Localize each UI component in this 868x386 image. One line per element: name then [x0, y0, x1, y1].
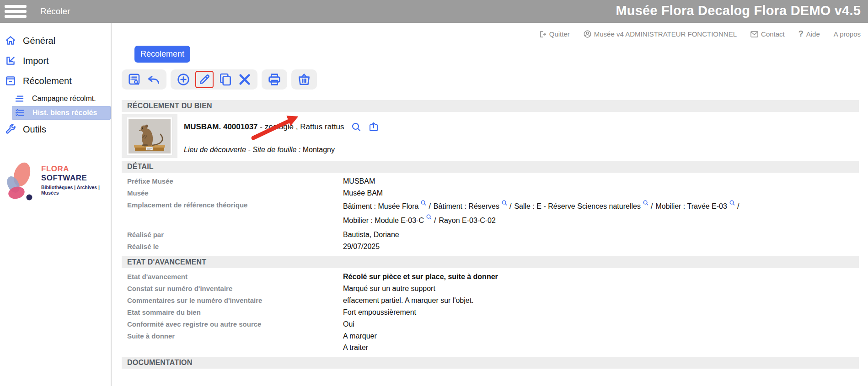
copy-button[interactable] — [218, 72, 233, 87]
sidebar-item-import[interactable]: Import — [0, 52, 111, 69]
topbar-section-title: Récoler — [40, 6, 70, 16]
field-row-constat: Constat sur numéro d'inventaire Marqué s… — [122, 283, 859, 295]
section-etat-avancement: ETAT D'AVANCEMENT — [122, 256, 859, 268]
field-row-etat-avancement: Etat d'avancement Récolé sur pièce et su… — [122, 271, 859, 283]
print-button[interactable] — [267, 72, 282, 87]
sidebar-item-hist-biens-recoles[interactable]: Hist. biens récolés — [12, 106, 111, 120]
logout-icon — [539, 31, 547, 38]
detail-rows: Préfixe Musée MUSBAM Musée Musée BAM Emp… — [122, 175, 859, 253]
sidebar-item-general[interactable]: Général — [0, 32, 111, 49]
sidebar-item-campagne-recolmt[interactable]: Campagne récolmt. — [0, 92, 111, 105]
field-row-commentaires: Commentaires sur le numéro d'inventaire … — [122, 295, 859, 307]
basket-button[interactable] — [297, 72, 311, 87]
print-icon — [267, 72, 282, 87]
field-row-etat-sommaire: Etat sommaire du bien Fort empoussièreme… — [122, 307, 859, 318]
list-icon — [15, 95, 25, 103]
brand-flora: FLORA — [41, 164, 69, 173]
delete-button[interactable] — [237, 72, 252, 87]
field-row-emplacement: Emplacement de référence théorique Bâtim… — [122, 199, 859, 227]
apropos-link[interactable]: A propos — [834, 30, 861, 38]
edit-button[interactable] — [198, 73, 211, 86]
mail-icon — [750, 31, 758, 37]
flora-flower-icon — [3, 160, 38, 204]
copy-icon — [218, 72, 233, 87]
lookup-search-icon[interactable] — [420, 196, 427, 211]
export-icon[interactable] — [368, 122, 379, 132]
field-row-suite-a-donner: Suite à donner A marquer A traiter — [122, 330, 859, 353]
list-search-icon — [127, 72, 142, 87]
inventory-number: MUSBAM. 40001037 — [184, 122, 258, 132]
archive-icon — [5, 75, 16, 87]
item-descriptor: - zoologie , Rattus rattus — [258, 122, 344, 132]
brand-software: SOFTWARE — [41, 174, 87, 182]
header-links: Quitter Musée v4 ADMINISTRATEUR FONCTION… — [539, 29, 861, 39]
home-icon — [5, 35, 16, 47]
item-info: MUSBAM. 40001037 - zoologie , Rattus rat… — [184, 114, 379, 158]
undo-button[interactable] — [146, 72, 161, 87]
menu-icon[interactable] — [5, 5, 27, 20]
toolbar-group-search — [122, 69, 166, 90]
field-row-realise-le: Réalisé le 29/07/2025 — [122, 241, 859, 253]
contact-link[interactable]: Contact — [750, 30, 785, 38]
lookup-search-icon[interactable] — [729, 196, 735, 211]
etat-rows: Etat d'avancement Récolé sur pièce et su… — [122, 271, 859, 353]
aide-link[interactable]: ? Aide — [798, 29, 820, 39]
sidebar-item-outils[interactable]: Outils — [0, 121, 111, 138]
section-detail: DÉTAIL — [122, 161, 859, 173]
lookup-search-icon[interactable] — [643, 196, 649, 211]
import-icon — [5, 55, 16, 67]
lookup-search-icon[interactable] — [501, 196, 508, 211]
help-icon: ? — [798, 29, 804, 39]
add-icon — [176, 72, 191, 87]
flora-software-logo: FLORA SOFTWARE Bibliothèques | Archives … — [3, 160, 111, 204]
wrench-icon — [5, 123, 16, 135]
sidebar-item-recolement[interactable]: Récolement — [0, 72, 111, 90]
section-recolement-du-bien: RÉCOLEMENT DU BIEN — [122, 100, 859, 112]
lieu-value: Montagny — [303, 146, 335, 153]
topbar: Récoler Musée Flora Decalog Flora DEMO v… — [0, 0, 868, 23]
sidebar: Général Import Récolement — [0, 23, 112, 386]
list-search-button[interactable] — [127, 72, 142, 87]
item-row: MUSBAM. 40001037 - zoologie , Rattus rat… — [122, 114, 859, 158]
thumbnail-cell — [122, 114, 177, 158]
field-row-musee: Musée Musée BAM — [122, 187, 859, 199]
brand-tagline: Bibliothèques | Archives | Musées — [41, 185, 111, 196]
edit-icon — [198, 73, 211, 86]
add-button[interactable] — [176, 72, 191, 87]
quitter-link[interactable]: Quitter — [539, 30, 570, 38]
field-row-conformite: Conformité avec registre ou autre source… — [122, 318, 859, 330]
toolbar-group-print — [262, 69, 287, 90]
specimen-photo[interactable] — [127, 117, 172, 155]
toolbar — [122, 69, 859, 90]
toolbar-group-edit — [171, 69, 257, 90]
user-icon — [584, 30, 591, 38]
main-content: Récolement — [112, 23, 868, 386]
basket-icon — [297, 72, 311, 87]
undo-icon — [146, 72, 161, 87]
search-icon[interactable] — [351, 122, 362, 132]
field-row-realise-par: Réalisé par Bautista, Doriane — [122, 229, 859, 241]
section-documentation: DOCUMENTATION — [122, 357, 859, 369]
lookup-search-icon[interactable] — [426, 211, 432, 225]
toolbar-group-basket — [291, 69, 317, 90]
annotation-highlight-box — [195, 71, 214, 88]
checklist-icon — [15, 109, 25, 117]
app-title: Musée Flora Decalog Flora DEMO v4.5 — [616, 3, 861, 18]
field-row-prefixe-musee: Préfixe Musée MUSBAM — [122, 175, 859, 187]
lieu-label: Lieu de découverte - Site de fouille : — [184, 146, 300, 153]
account-link[interactable]: Musée v4 ADMINISTRATEUR FONCTIONNEL — [584, 30, 737, 38]
delete-icon — [237, 72, 252, 87]
tab-recolement[interactable]: Récolement — [134, 46, 190, 63]
